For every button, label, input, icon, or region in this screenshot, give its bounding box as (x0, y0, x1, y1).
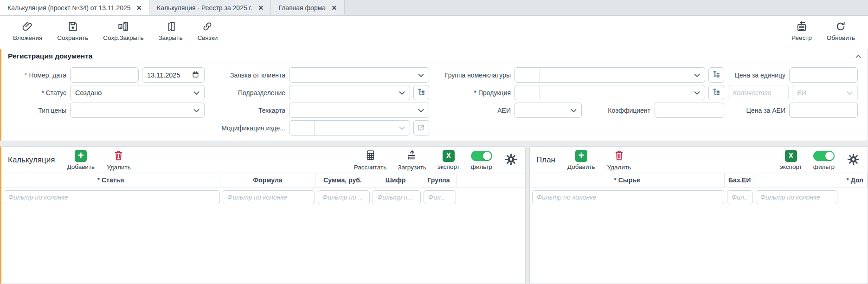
filter-input[interactable] (373, 190, 421, 204)
production-group (514, 85, 724, 100)
production-tree-button[interactable] (708, 85, 724, 100)
production-code-input[interactable] (515, 85, 540, 100)
coefficient-input[interactable] (655, 103, 724, 118)
attachments-button[interactable]: Вложения (7, 19, 48, 43)
refresh-icon (835, 20, 847, 33)
close-button[interactable]: Закрыть (153, 19, 188, 43)
filter-toggle-button[interactable]: фильтр (813, 150, 835, 170)
calculation-table-body[interactable] (1, 209, 525, 284)
hierarchy-icon (712, 88, 720, 97)
panel-title: Регистрация документа (8, 52, 92, 60)
settings-gear-button[interactable] (846, 153, 861, 168)
chevron-down-icon (193, 107, 199, 114)
modification-code-input[interactable] (289, 121, 315, 135)
save-button[interactable]: Сохранить (51, 19, 94, 43)
tab-main-form[interactable]: Главная форма × (271, 0, 344, 15)
filter-input[interactable] (424, 190, 456, 204)
settings-gear-button[interactable] (503, 153, 519, 168)
excel-icon: X (785, 150, 797, 162)
nomenclature-group-code-input[interactable] (515, 68, 540, 82)
column-header[interactable]: Группа (421, 173, 457, 187)
techcard-select[interactable] (289, 103, 429, 118)
department-tree-button[interactable] (413, 85, 429, 100)
add-row-button[interactable]: + Добавить (67, 150, 95, 170)
date-field[interactable]: 13.11.2025 (142, 67, 205, 83)
add-row-button[interactable]: + Добавить (567, 150, 595, 170)
unit-select[interactable]: ЕИ (792, 85, 858, 100)
button-label: Загрузить (398, 164, 426, 171)
filter-input[interactable] (318, 190, 370, 204)
price-type-select[interactable] (70, 103, 205, 118)
filter-input[interactable] (727, 190, 753, 204)
calculation-panel-tools: Рассчитать Загрузить X экспорт (354, 149, 519, 171)
trash-icon (613, 149, 625, 162)
close-icon[interactable]: × (332, 4, 337, 12)
modification-open-button[interactable] (413, 120, 429, 136)
delete-row-button[interactable]: Удалить (107, 149, 131, 171)
production-label: * Продукция (433, 89, 511, 97)
filter-input[interactable] (223, 190, 315, 204)
toggle-on-icon[interactable] (471, 151, 492, 161)
plus-icon: + (575, 150, 587, 162)
column-header[interactable]: Шифр (370, 173, 421, 187)
aei-coefficient-group: Коэффициент (514, 103, 724, 118)
collapse-chevron-icon[interactable] (855, 54, 861, 58)
quantity-input[interactable] (728, 85, 789, 100)
modification-value-input[interactable] (318, 121, 395, 135)
button-label: фильтр (471, 163, 492, 170)
tab-calculation-registry[interactable]: Калькуляция - Реестр за 2025 г. × (149, 0, 271, 15)
toolbar: Вложения Сохранить Сохр.Закрыть Закрыть … (0, 16, 868, 45)
filter-input[interactable] (532, 190, 724, 204)
plan-filter-row (530, 187, 868, 209)
column-header[interactable]: Формула (220, 173, 315, 187)
aei-price-input[interactable] (789, 103, 858, 118)
column-header[interactable]: * Дол (753, 173, 868, 187)
plan-table-body[interactable] (530, 209, 868, 284)
techcard-label: Техкарта (208, 107, 285, 114)
delete-row-button[interactable]: Удалить (607, 149, 631, 171)
calendar-icon (192, 71, 199, 80)
column-header[interactable]: * Сырье (530, 173, 725, 187)
links-button[interactable]: Связки (192, 19, 223, 43)
nomenclature-group-tree-button[interactable] (708, 67, 724, 83)
close-icon[interactable]: × (258, 4, 264, 12)
client-request-select[interactable] (289, 67, 429, 83)
nomenclature-group-select[interactable] (514, 67, 705, 83)
panel-title: План (536, 155, 555, 165)
aei-label: АЕИ (433, 107, 511, 114)
refresh-button[interactable]: Обновить (821, 19, 861, 43)
aei-select[interactable] (514, 103, 582, 118)
filter-input[interactable] (4, 190, 220, 204)
column-header[interactable]: Баз.ЕИ (725, 173, 753, 187)
save-close-button[interactable]: Сохр.Закрыть (97, 19, 149, 43)
export-excel-button[interactable]: X экспорт (780, 150, 802, 170)
chevron-down-icon (193, 89, 199, 97)
filter-filler (457, 189, 524, 205)
modification-select[interactable] (289, 120, 410, 136)
close-icon[interactable]: × (137, 4, 142, 12)
unit-price-input[interactable] (789, 67, 858, 83)
department-select[interactable] (289, 85, 410, 100)
status-select[interactable]: Создано (70, 85, 205, 100)
registry-button[interactable]: Реестр (786, 19, 817, 43)
tab-label: Калькуляция (проект №34) от 13.11.2025 (7, 4, 131, 12)
column-header[interactable]: * Статья (1, 173, 220, 187)
tab-calculation-project[interactable]: Калькуляция (проект №34) от 13.11.2025 × (0, 0, 149, 15)
filter-toggle-button[interactable]: фильтр (471, 150, 492, 170)
column-header[interactable]: Сумма, руб. (315, 173, 370, 187)
load-button[interactable]: Загрузить (398, 149, 426, 171)
production-select[interactable] (514, 85, 705, 100)
aei-price-label: Цена за АЕИ (728, 107, 785, 114)
button-label: Закрыть (158, 34, 182, 41)
button-label: Вложения (13, 34, 42, 41)
production-value-input[interactable] (544, 85, 690, 100)
filter-input[interactable] (756, 190, 837, 204)
export-excel-button[interactable]: X экспорт (437, 150, 460, 170)
calculate-button[interactable]: Рассчитать (354, 149, 386, 171)
column-header-filler (457, 173, 525, 187)
number-input[interactable] (70, 67, 139, 83)
toggle-on-icon[interactable] (813, 151, 835, 161)
nomenclature-group-value-input[interactable] (544, 68, 690, 82)
plan-table-header: * Сырье Баз.ЕИ * Дол (530, 173, 868, 187)
calculation-panel-header: Калькуляция + Добавить Удалить (1, 147, 525, 173)
